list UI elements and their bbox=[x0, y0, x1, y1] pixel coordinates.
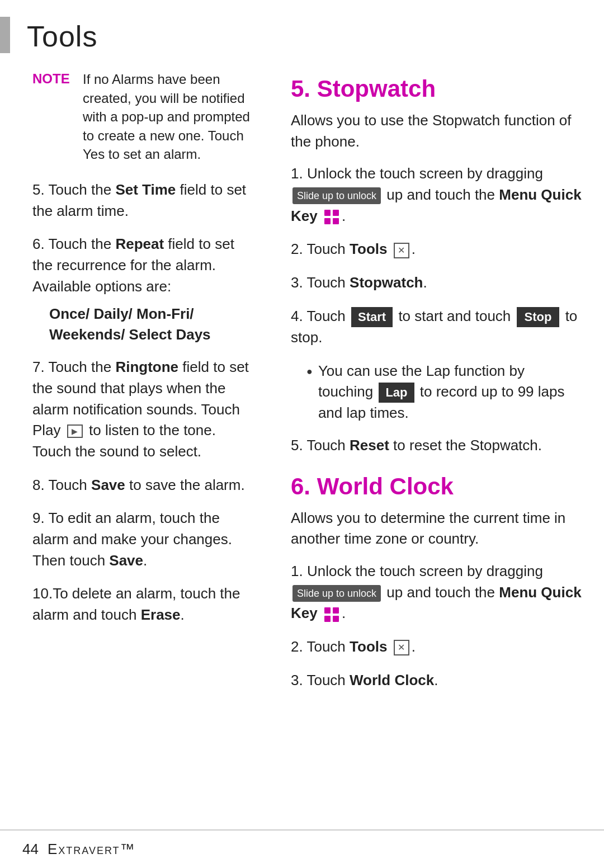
note-text: If no Alarms have been created, you will… bbox=[83, 70, 257, 164]
list-item-10: 10.To delete an alarm, touch the alarm a… bbox=[32, 583, 257, 625]
item8-text: 8. Touch Save to save the alarm. bbox=[32, 477, 245, 493]
item6-text: 6. Touch the Repeat field to set the rec… bbox=[32, 235, 234, 294]
header: Tools bbox=[0, 0, 604, 59]
lap-bullet: ● You can use the Lap function by touchi… bbox=[306, 361, 582, 424]
page-container: Tools NOTE If no Alarms have been create… bbox=[0, 0, 604, 868]
svg-rect-5 bbox=[333, 607, 339, 614]
footer: 44 Extravert™ bbox=[0, 829, 604, 868]
page-title: Tools bbox=[27, 17, 97, 53]
list-item-6: 6. Touch the Repeat field to set the rec… bbox=[32, 234, 257, 345]
stop-badge: Stop bbox=[517, 307, 560, 327]
footer-page-number: 44 bbox=[22, 841, 39, 858]
left-column: NOTE If no Alarms have been created, you… bbox=[0, 59, 274, 829]
svg-rect-0 bbox=[324, 210, 331, 216]
worldclock-step2: 2. Touch Tools ✕. bbox=[291, 636, 582, 658]
menu-quick-key-icon-1 bbox=[323, 209, 340, 225]
section6-heading: 6. World Clock bbox=[291, 473, 582, 500]
section6-desc: Allows you to determine the current time… bbox=[291, 508, 582, 550]
options-heading-line2: Weekends/ Select Days bbox=[49, 324, 257, 345]
tools-icon-1: ✕ bbox=[394, 243, 409, 258]
svg-rect-6 bbox=[324, 616, 331, 622]
lap-badge: Lap bbox=[379, 383, 414, 403]
item9-text: 9. To edit an alarm, touch the alarm and… bbox=[32, 510, 232, 568]
note-block: NOTE If no Alarms have been created, you… bbox=[32, 70, 257, 164]
stopwatch-step3: 3. Touch Stopwatch. bbox=[291, 272, 582, 294]
stopwatch-step4: 4. Touch Start to start and touch Stop t… bbox=[291, 306, 582, 348]
play-icon bbox=[67, 424, 83, 438]
stopwatch-step2: 2. Touch Tools ✕. bbox=[291, 239, 582, 260]
stopwatch-step5: 5. Touch Reset to reset the Stopwatch. bbox=[291, 435, 582, 456]
note-label: NOTE bbox=[32, 71, 77, 87]
svg-rect-4 bbox=[324, 607, 331, 614]
content-area: NOTE If no Alarms have been created, you… bbox=[0, 59, 604, 829]
section5-desc: Allows you to use the Stopwatch function… bbox=[291, 110, 582, 152]
item7-text: 7. Touch the Ringtone field to set the s… bbox=[32, 358, 249, 460]
section5-heading: 5. Stopwatch bbox=[291, 76, 582, 102]
footer-brand: Extravert™ bbox=[48, 841, 136, 858]
svg-rect-2 bbox=[324, 218, 331, 224]
menu-quick-key-icon-2 bbox=[323, 606, 340, 623]
list-item-9: 9. To edit an alarm, touch the alarm and… bbox=[32, 508, 257, 571]
left-bar-accent bbox=[0, 17, 10, 53]
slide-unlock-badge-1: Slide up to unlock bbox=[292, 187, 381, 204]
list-item-8: 8. Touch Save to save the alarm. bbox=[32, 475, 257, 496]
options-sub-block: Once/ Daily/ Mon-Fri/ Weekends/ Select D… bbox=[49, 304, 257, 345]
tools-icon-2: ✕ bbox=[394, 640, 409, 655]
worldclock-step3: 3. Touch World Clock. bbox=[291, 670, 582, 691]
worldclock-step1: 1. Unlock the touch screen by dragging S… bbox=[291, 561, 582, 624]
svg-rect-7 bbox=[333, 616, 339, 622]
options-heading-line1: Once/ Daily/ Mon-Fri/ bbox=[49, 304, 257, 324]
svg-rect-1 bbox=[333, 210, 339, 216]
slide-unlock-badge-2: Slide up to unlock bbox=[292, 585, 381, 602]
stopwatch-step1: 1. Unlock the touch screen by dragging S… bbox=[291, 163, 582, 227]
svg-rect-3 bbox=[333, 218, 339, 224]
bullet-dot: ● bbox=[306, 364, 313, 379]
item5-text: 5. Touch the Set Time field to set the a… bbox=[32, 181, 246, 219]
right-column: 5. Stopwatch Allows you to use the Stopw… bbox=[274, 59, 604, 829]
start-badge: Start bbox=[351, 307, 393, 327]
list-item-5: 5. Touch the Set Time field to set the a… bbox=[32, 180, 257, 221]
item10-text: 10.To delete an alarm, touch the alarm a… bbox=[32, 585, 240, 623]
list-item-7: 7. Touch the Ringtone field to set the s… bbox=[32, 357, 257, 462]
lap-text: You can use the Lap function by touching… bbox=[318, 361, 582, 424]
